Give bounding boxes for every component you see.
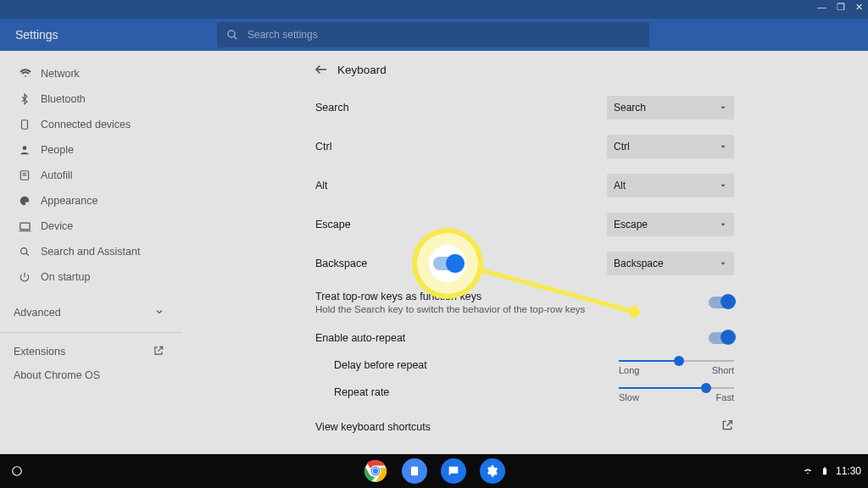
view-shortcuts-row[interactable]: View keyboard shortcuts: [309, 408, 741, 446]
palette-icon: [19, 195, 41, 207]
laptop-icon: [19, 220, 41, 233]
external-link-icon: [153, 345, 164, 359]
app-header: Settings: [0, 19, 868, 51]
svg-marker-15: [721, 224, 726, 226]
wifi-status-icon: [802, 465, 814, 477]
dropdown-ctrl[interactable]: Ctrl: [607, 135, 734, 158]
svg-rect-27: [823, 469, 826, 475]
caret-down-icon: [719, 259, 727, 268]
person-icon: [19, 144, 41, 156]
caret-down-icon: [719, 220, 727, 229]
dd-value: Alt: [614, 180, 626, 191]
dd-value: Search: [614, 102, 646, 114]
toggle-auto-repeat[interactable]: [709, 332, 734, 344]
sidebar-item-network[interactable]: Network: [0, 61, 181, 86]
fnkeys-row: Treat top-row keys as function keys Hold…: [309, 283, 741, 322]
extensions-label: Extensions: [14, 346, 65, 358]
back-button[interactable]: [309, 62, 334, 77]
dropdown-backspace[interactable]: Backspace: [607, 252, 734, 275]
autorepeat-row: Enable auto-repeat: [309, 322, 741, 354]
sidebar-item-bluetooth[interactable]: Bluetooth: [0, 86, 181, 112]
sidebar-item-appearance[interactable]: Appearance: [0, 188, 181, 214]
sidebar-item-label: Network: [41, 68, 80, 80]
sidebar-item-search-assistant[interactable]: Search and Assistant: [0, 239, 181, 264]
sidebar-item-device[interactable]: Device: [0, 214, 181, 239]
svg-marker-13: [721, 146, 726, 148]
slider-rate-label: Repeat rate: [334, 386, 453, 398]
svg-point-0: [228, 30, 235, 37]
callout-toggle-zoom: [417, 233, 478, 294]
svg-marker-12: [721, 107, 726, 109]
slider-delay-row: Delay before repeat Long Short: [309, 354, 741, 381]
slider-delay-label: Delay before repeat: [334, 359, 453, 371]
svg-rect-28: [824, 467, 826, 468]
search-box[interactable]: [217, 22, 649, 47]
slider-end-left: Slow: [619, 392, 639, 402]
svg-marker-16: [721, 263, 726, 265]
dd-label: Ctrl: [315, 141, 331, 152]
dropdown-search[interactable]: Search: [607, 96, 734, 119]
dd-row-escape: Escape Escape: [309, 205, 741, 244]
sidebar-about[interactable]: About Chrome OS: [0, 363, 181, 387]
caret-down-icon: [719, 103, 727, 112]
content-area: Keyboard Search Search Ctrl Ctrl Alt: [181, 51, 868, 488]
docs-app-icon[interactable]: [402, 458, 427, 484]
sidebar-item-label: Search and Assistant: [41, 246, 140, 258]
settings-app-icon[interactable]: [480, 458, 505, 484]
window-close-icon[interactable]: ✕: [855, 2, 863, 13]
panel-title: Keyboard: [337, 64, 387, 76]
launcher-icon: [11, 465, 23, 477]
slider-rate-row: Repeat rate Slow Fast: [309, 381, 741, 408]
slider-rate[interactable]: Slow Fast: [619, 387, 734, 402]
dropdown-alt[interactable]: Alt: [607, 174, 734, 197]
sidebar-item-on-startup[interactable]: On startup: [0, 264, 181, 290]
sidebar: Network Bluetooth Connected devices Peop…: [0, 51, 181, 488]
window-minimize-icon[interactable]: —: [817, 2, 826, 13]
sidebar-item-label: Connected devices: [41, 119, 131, 130]
system-tray[interactable]: 11:30: [802, 465, 861, 477]
app-title: Settings: [15, 28, 217, 42]
window-maximize-icon[interactable]: ❐: [837, 2, 845, 13]
svg-point-24: [373, 469, 378, 474]
sidebar-advanced[interactable]: Advanced: [0, 300, 181, 325]
messages-app-icon[interactable]: [441, 458, 466, 484]
svg-marker-14: [721, 185, 726, 187]
chevron-down-icon: [154, 307, 164, 319]
toggle-fn-keys[interactable]: [709, 297, 734, 308]
arrow-left-icon: [314, 62, 329, 77]
dd-label: Search: [315, 102, 349, 114]
window-titlebar: — ❐ ✕: [0, 0, 868, 19]
external-link-icon: [721, 419, 734, 435]
dd-label: Backspace: [315, 258, 367, 269]
svg-line-10: [26, 253, 29, 256]
callout-toggle-icon: [433, 257, 462, 270]
svg-rect-25: [411, 467, 418, 476]
svg-point-9: [21, 248, 27, 254]
caret-down-icon: [719, 142, 727, 151]
fnkeys-subtitle: Hold the Search key to switch the behavi…: [315, 304, 585, 314]
svg-rect-7: [20, 223, 30, 230]
svg-line-1: [234, 36, 236, 39]
clock: 11:30: [836, 465, 861, 477]
slider-end-right: Fast: [716, 392, 734, 402]
launcher-button[interactable]: [0, 465, 34, 477]
sidebar-item-autofill[interactable]: Autofill: [0, 163, 181, 188]
sidebar-item-connected-devices[interactable]: Connected devices: [0, 112, 181, 137]
svg-point-3: [23, 146, 27, 150]
sidebar-item-label: On startup: [41, 271, 90, 283]
dd-value: Ctrl: [614, 141, 630, 152]
dd-label: Alt: [315, 180, 328, 191]
search-input[interactable]: [246, 28, 649, 42]
dd-row-alt: Alt Alt: [309, 166, 741, 205]
search-icon: [19, 246, 41, 258]
shortcuts-label: View keyboard shortcuts: [315, 421, 431, 433]
dd-row-ctrl: Ctrl Ctrl: [309, 127, 741, 166]
dropdown-escape[interactable]: Escape: [607, 213, 734, 236]
sidebar-item-people[interactable]: People: [0, 137, 181, 163]
sidebar-extensions[interactable]: Extensions: [0, 340, 181, 363]
chrome-app-icon[interactable]: [363, 458, 388, 484]
svg-rect-2: [22, 120, 28, 130]
dd-row-backspace: Backspace Backspace: [309, 244, 741, 283]
sidebar-item-label: Device: [41, 220, 73, 232]
slider-delay[interactable]: Long Short: [619, 360, 734, 375]
